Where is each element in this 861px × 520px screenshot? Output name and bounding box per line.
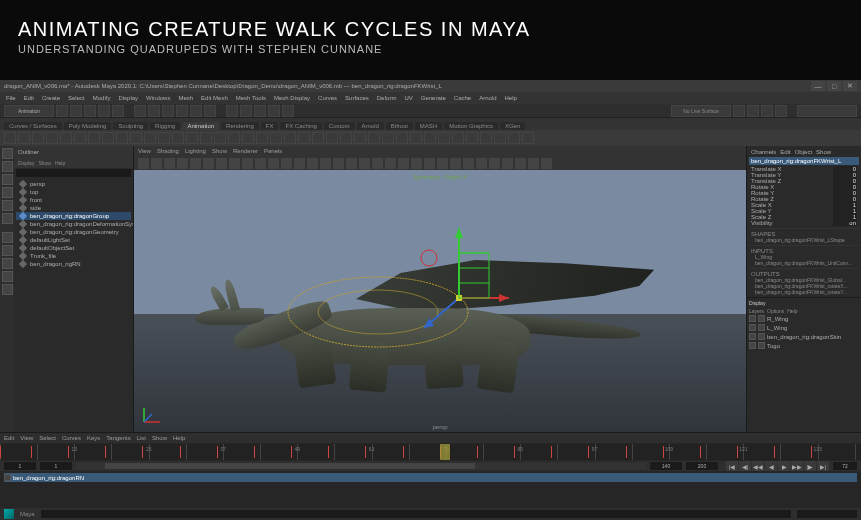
outliner-item[interactable]: defaultLightSet xyxy=(16,236,131,244)
keyframe-tick[interactable] xyxy=(477,446,478,458)
keyframe-tick[interactable] xyxy=(403,446,404,458)
outliner-item[interactable]: Trunk_file xyxy=(16,252,131,260)
display-layer-row[interactable]: R_Wing xyxy=(749,314,859,323)
shelf-item-icon[interactable] xyxy=(130,132,142,144)
channel-row[interactable]: Visibilityon xyxy=(749,220,859,226)
shelf-item-icon[interactable] xyxy=(396,132,408,144)
command-line-input[interactable] xyxy=(41,510,791,518)
viewport-menu-view[interactable]: View xyxy=(138,148,151,154)
shelf-item-icon[interactable] xyxy=(382,132,394,144)
viewport-tool-icon[interactable] xyxy=(385,158,396,169)
outliner-search-input[interactable] xyxy=(16,169,131,177)
outliner-item[interactable]: top xyxy=(16,188,131,196)
viewport-3d[interactable]: Symmetry: Object X xyxy=(134,170,746,432)
keyframe-tick[interactable] xyxy=(254,446,255,458)
menu-uv[interactable]: UV xyxy=(404,95,412,101)
layer-visibility-toggle[interactable] xyxy=(749,315,756,322)
menu-deform[interactable]: Deform xyxy=(377,95,397,101)
outliner-item[interactable]: front xyxy=(16,196,131,204)
workspace-dropdown[interactable] xyxy=(797,105,857,117)
snap-plane-icon[interactable] xyxy=(268,105,280,117)
graph-menu-view[interactable]: View xyxy=(20,435,33,441)
menu-select[interactable]: Select xyxy=(68,95,85,101)
keyframe-tick[interactable] xyxy=(68,446,69,458)
shelf-item-icon[interactable] xyxy=(284,132,296,144)
viewport-tool-icon[interactable] xyxy=(541,158,552,169)
shelf-item-icon[interactable] xyxy=(60,132,72,144)
shelf-item-icon[interactable] xyxy=(452,132,464,144)
menu-arnold[interactable]: Arnold xyxy=(479,95,496,101)
rotation-arc-control[interactable] xyxy=(318,262,498,362)
viewport-tool-icon[interactable] xyxy=(281,158,292,169)
viewport-tool-icon[interactable] xyxy=(255,158,266,169)
display-layer-row[interactable]: Togo xyxy=(749,341,859,350)
shelf-item-icon[interactable] xyxy=(438,132,450,144)
shelf-tab-poly-modeling[interactable]: Poly Modeling xyxy=(64,122,112,130)
shelf-item-icon[interactable] xyxy=(466,132,478,144)
inputs-node[interactable]: ben_dragon_rig:dragonFKWrist_UnitConv... xyxy=(749,260,859,266)
scale-tool[interactable] xyxy=(2,213,13,224)
minimize-button[interactable]: ― xyxy=(811,81,825,91)
viewport-tool-icon[interactable] xyxy=(372,158,383,169)
outliner-item[interactable]: ben_dragon_rig:dragonDeformationSystem xyxy=(16,220,131,228)
menu-mesh-display[interactable]: Mesh Display xyxy=(274,95,310,101)
window-titlebar[interactable]: dragon_ANIM_v006.ma* - Autodesk Maya 202… xyxy=(0,80,861,92)
scale-tool-icon[interactable] xyxy=(204,105,216,117)
viewport-tool-icon[interactable] xyxy=(268,158,279,169)
shelf-tab-custom[interactable]: Custom xyxy=(324,122,355,130)
shelf-item-icon[interactable] xyxy=(88,132,100,144)
playback-start-input[interactable]: 1 xyxy=(40,462,72,470)
viewport-tool-icon[interactable] xyxy=(177,158,188,169)
viewport-tool-icon[interactable] xyxy=(489,158,500,169)
menu-help[interactable]: Help xyxy=(504,95,516,101)
shelf-item-icon[interactable] xyxy=(508,132,520,144)
viewport-tool-icon[interactable] xyxy=(359,158,370,169)
menu-modify[interactable]: Modify xyxy=(93,95,111,101)
channelbox-menu-edit[interactable]: Edit xyxy=(780,149,790,155)
paint-tool[interactable] xyxy=(2,174,13,185)
shelf-item-icon[interactable] xyxy=(298,132,310,144)
viewport-tool-icon[interactable] xyxy=(502,158,513,169)
shelf-item-icon[interactable] xyxy=(340,132,352,144)
rewind-button[interactable]: |◀ xyxy=(726,461,738,471)
shelf-tab-arnold[interactable]: Arnold xyxy=(357,122,384,130)
layer-playback-toggle[interactable] xyxy=(758,333,765,340)
layer-playback-toggle[interactable] xyxy=(758,324,765,331)
outliner-menu-display[interactable]: Display xyxy=(18,160,34,166)
shelf-item-icon[interactable] xyxy=(228,132,240,144)
viewport-tool-icon[interactable] xyxy=(190,158,201,169)
layer-visibility-toggle[interactable] xyxy=(749,324,756,331)
viewport-tool-icon[interactable] xyxy=(398,158,409,169)
keyframe-tick[interactable] xyxy=(737,446,738,458)
viewport-tool-icon[interactable] xyxy=(515,158,526,169)
shelf-item-icon[interactable] xyxy=(186,132,198,144)
shelf-item-icon[interactable] xyxy=(522,132,534,144)
graph-menu-select[interactable]: Select xyxy=(39,435,56,441)
menu-cache[interactable]: Cache xyxy=(454,95,471,101)
display-layer-row[interactable]: ben_dragon_rig:dragonSkin xyxy=(749,332,859,341)
select-tool-icon[interactable] xyxy=(134,105,146,117)
layer-playback-toggle[interactable] xyxy=(758,342,765,349)
shelf-tab-mash[interactable]: MASH xyxy=(415,122,442,130)
layout-persp-outliner-icon[interactable] xyxy=(2,284,13,295)
viewport-tool-icon[interactable] xyxy=(411,158,422,169)
viewport-tool-icon[interactable] xyxy=(333,158,344,169)
viewport-tool-icon[interactable] xyxy=(528,158,539,169)
graph-menu-tangents[interactable]: Tangents xyxy=(106,435,130,441)
snap-point-icon[interactable] xyxy=(254,105,266,117)
shelf-tab-xgen[interactable]: XGen xyxy=(500,122,525,130)
shelf-item-icon[interactable] xyxy=(102,132,114,144)
menu-edit[interactable]: Edit xyxy=(24,95,34,101)
viewport-menu-lighting[interactable]: Lighting xyxy=(185,148,206,154)
display-layer-row[interactable]: L_Wing xyxy=(749,323,859,332)
outliner-item[interactable]: ben_dragon_rigRN xyxy=(16,260,131,268)
keyframe-tick[interactable] xyxy=(217,446,218,458)
play-back-button[interactable]: ◀ xyxy=(765,461,777,471)
symmetry-toggle-icon[interactable] xyxy=(733,105,745,117)
shelf-item-icon[interactable] xyxy=(256,132,268,144)
render-icon[interactable] xyxy=(747,105,759,117)
shelf-item-icon[interactable] xyxy=(74,132,86,144)
viewport-tool-icon[interactable] xyxy=(424,158,435,169)
shelf-tab-motion-graphics[interactable]: Motion Graphics xyxy=(444,122,498,130)
layer-menu-help[interactable]: Help xyxy=(787,308,797,314)
